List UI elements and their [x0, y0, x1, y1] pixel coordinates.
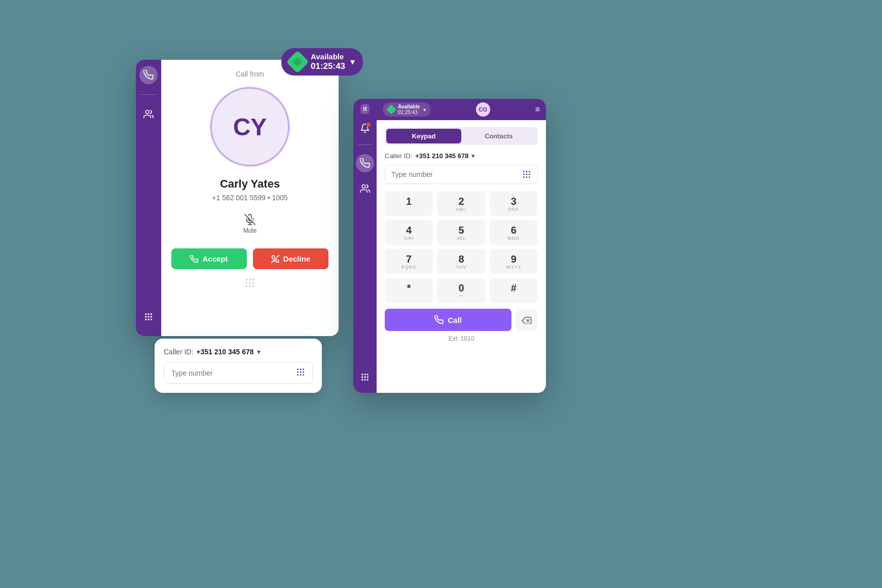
svg-rect-38: [367, 377, 369, 378]
call-from-label: Call from: [236, 70, 264, 78]
topbar-avatar[interactable]: CO: [476, 102, 490, 117]
svg-rect-22: [252, 285, 254, 287]
key-btn-1[interactable]: 1: [385, 191, 433, 216]
topbar-status-text: Available: [398, 104, 420, 109]
key-main-7: 7: [406, 254, 412, 264]
dialpad-body: Keypad Contacts Caller ID: +351 210 345 …: [377, 120, 546, 393]
key-btn-9[interactable]: 9 WXYZ: [490, 249, 538, 274]
topbar-chevron-icon[interactable]: ▾: [423, 107, 426, 113]
svg-rect-47: [529, 174, 530, 175]
svg-rect-17: [246, 282, 247, 283]
svg-rect-29: [297, 374, 299, 376]
key-sub-6: MNO: [507, 236, 520, 241]
sidebar-contacts-icon[interactable]: [139, 105, 158, 123]
dialpad-divider: [358, 144, 372, 145]
sidebar-bottom: [139, 308, 158, 326]
svg-rect-34: [364, 374, 366, 375]
key-btn-4[interactable]: 4 GHI: [385, 220, 433, 245]
key-main-8: 8: [458, 254, 464, 264]
key-sub-0: +: [460, 293, 463, 299]
svg-rect-3: [151, 313, 152, 315]
decline-label: Decline: [283, 254, 310, 263]
key-main-5: 5: [458, 225, 464, 235]
type-number-input-small[interactable]: [171, 369, 296, 377]
svg-rect-33: [361, 374, 363, 375]
topbar-available-pill[interactable]: Available 01:25:43 ▾: [383, 102, 431, 117]
number-input-small[interactable]: [164, 362, 313, 384]
topbar-menu-icon[interactable]: ≡: [535, 105, 540, 114]
notification-icon[interactable]: [360, 123, 370, 135]
call-actions: Accept Decline: [171, 248, 328, 269]
svg-rect-39: [361, 379, 363, 381]
status-label: Available: [311, 52, 345, 61]
accept-label: Accept: [202, 254, 228, 263]
status-bar[interactable]: Available 01:25:43 ▾: [281, 48, 363, 76]
svg-rect-41: [367, 379, 369, 381]
svg-rect-42: [523, 171, 525, 172]
decline-button[interactable]: Decline: [253, 248, 328, 269]
svg-rect-28: [303, 372, 304, 373]
svg-rect-14: [246, 279, 247, 280]
caller-id-chevron-small[interactable]: ▾: [257, 348, 261, 356]
accept-button[interactable]: Accept: [171, 248, 247, 269]
key-btn-2[interactable]: 2 ABC: [437, 191, 485, 216]
svg-rect-27: [300, 372, 302, 373]
key-sub-4: GHI: [404, 236, 414, 241]
grid-icon-small[interactable]: [296, 368, 305, 378]
svg-point-0: [145, 111, 149, 114]
status-time: 01:25:43: [311, 61, 345, 71]
sidebar-grid-icon[interactable]: [139, 308, 158, 326]
svg-rect-40: [364, 379, 366, 381]
svg-rect-26: [297, 372, 299, 373]
svg-rect-35: [367, 374, 369, 375]
tab-keypad[interactable]: Keypad: [386, 129, 461, 143]
backspace-button[interactable]: [516, 309, 538, 331]
dialpad-logo: it: [360, 104, 369, 114]
caller-name: Carly Yates: [220, 177, 280, 191]
dialpad-grid-icon[interactable]: [360, 373, 370, 384]
caller-id-card: Caller ID: +351 210 345 678 ▾: [155, 339, 322, 393]
topbar-diamond-icon: [386, 104, 396, 115]
svg-rect-8: [148, 319, 150, 320]
key-btn-8[interactable]: 8 TUV: [437, 249, 485, 274]
number-input-field[interactable]: [385, 165, 538, 184]
caller-id-chevron-dp[interactable]: ▾: [471, 152, 475, 160]
grid-dots-icon[interactable]: [244, 277, 255, 290]
sidebar-phone-icon[interactable]: [139, 66, 158, 84]
mute-button[interactable]: Mute: [243, 214, 257, 234]
key-btn-*[interactable]: *: [385, 278, 433, 303]
key-btn-6[interactable]: 6 MNO: [490, 220, 538, 245]
type-number-input-dp[interactable]: [391, 170, 522, 178]
key-sub-8: TUV: [456, 265, 466, 270]
call-button[interactable]: Call: [385, 309, 511, 331]
key-sub-7: PQRS: [401, 265, 417, 270]
dialpad-phone-icon[interactable]: [356, 154, 374, 172]
svg-rect-50: [529, 176, 530, 178]
grid-input-icon[interactable]: [522, 170, 531, 179]
key-btn-7[interactable]: 7 PQRS: [385, 249, 433, 274]
svg-rect-31: [303, 374, 304, 376]
svg-rect-23: [297, 369, 299, 370]
tab-contacts[interactable]: Contacts: [461, 129, 536, 143]
dialpad-contacts-icon[interactable]: [356, 179, 374, 198]
key-btn-#[interactable]: #: [490, 278, 538, 303]
status-chevron-icon[interactable]: ▾: [350, 56, 355, 67]
mute-icon: [244, 214, 255, 225]
key-btn-3[interactable]: 3 DEF: [490, 191, 538, 216]
svg-rect-30: [300, 374, 302, 376]
key-btn-0[interactable]: 0 +: [437, 278, 485, 303]
status-info: Available 01:25:43: [311, 52, 345, 71]
svg-rect-36: [361, 377, 363, 378]
svg-rect-48: [523, 176, 525, 178]
key-sub-5: JKL: [457, 236, 466, 241]
key-main-*: *: [407, 283, 411, 293]
tab-row: Keypad Contacts: [385, 127, 538, 145]
key-main-2: 2: [458, 196, 464, 206]
keypad-grid: 1 2 ABC 3 DEF 4 GHI 5 JKL 6 MNO 7 PQRS 8…: [385, 191, 538, 303]
backspace-icon: [522, 316, 532, 324]
call-sidebar: [136, 60, 161, 336]
caller-id-label-dp: Caller ID:: [385, 152, 412, 160]
key-btn-5[interactable]: 5 JKL: [437, 220, 485, 245]
svg-rect-15: [249, 279, 250, 280]
diamond-inner: [292, 57, 303, 67]
